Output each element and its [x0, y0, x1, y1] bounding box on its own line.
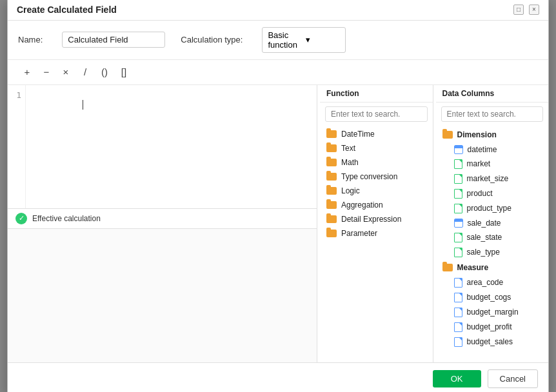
- footer-row: OK Cancel: [8, 362, 548, 393]
- close-button[interactable]: ×: [529, 5, 539, 15]
- column-item-label: budget_profit: [467, 322, 512, 331]
- data-columns-panel: Data Columns Dimension datetime: [436, 85, 549, 362]
- list-item[interactable]: Detail Expression: [320, 212, 433, 226]
- calendar-icon: [454, 219, 463, 228]
- function-list: DateTime Text Math Type co: [320, 126, 433, 362]
- list-item[interactable]: Math: [320, 155, 433, 170]
- file-icon-green: [454, 233, 462, 242]
- divide-button[interactable]: /: [76, 64, 94, 81]
- list-item[interactable]: Logic: [320, 184, 433, 198]
- status-text: Effective calculation: [32, 214, 101, 223]
- folder-icon: [326, 159, 337, 166]
- calc-type-label: Calculation type:: [181, 35, 243, 44]
- column-item-label: market_size: [467, 174, 509, 183]
- measure-group-header: Measure: [436, 260, 549, 275]
- column-item-label: budget_margin: [467, 308, 519, 317]
- data-columns-header: Data Columns: [436, 85, 549, 103]
- brackets-button[interactable]: []: [115, 64, 133, 81]
- file-icon-green: [454, 248, 462, 257]
- list-item[interactable]: datetime: [436, 142, 549, 157]
- list-item[interactable]: DateTime: [320, 127, 433, 141]
- list-item[interactable]: Text: [320, 141, 433, 155]
- list-item[interactable]: Type conversion: [320, 170, 433, 184]
- list-item[interactable]: budget_cogs: [436, 290, 549, 305]
- list-item[interactable]: budget_margin: [436, 305, 549, 320]
- file-icon-green: [454, 174, 462, 184]
- list-item[interactable]: sale_state: [436, 230, 549, 245]
- column-item-label: market: [467, 159, 491, 168]
- function-item-label: Text: [341, 144, 355, 153]
- column-item-label: budget_sales: [467, 337, 513, 346]
- folder-icon: [326, 173, 337, 181]
- list-item[interactable]: market: [436, 157, 549, 172]
- list-item[interactable]: product: [436, 186, 549, 201]
- minus-button[interactable]: −: [37, 64, 55, 81]
- function-item-label: Aggregation: [341, 201, 383, 210]
- function-item-label: Math: [341, 158, 359, 167]
- code-editor[interactable]: [26, 85, 317, 208]
- right-panels: Function DateTime Text: [320, 85, 548, 362]
- folder-icon: [326, 230, 337, 237]
- column-item-label: sale_date: [468, 219, 501, 228]
- column-item-label: area_code: [467, 278, 504, 287]
- measure-label: Measure: [457, 263, 489, 272]
- list-item[interactable]: market_size: [436, 172, 549, 186]
- dimension-group-header: Dimension: [436, 127, 549, 142]
- list-item[interactable]: area_code: [436, 275, 549, 290]
- file-icon-green: [454, 204, 462, 213]
- description-area[interactable]: [8, 229, 317, 362]
- calendar-icon: [454, 145, 463, 154]
- list-item[interactable]: product_type: [436, 201, 549, 216]
- ok-button[interactable]: OK: [433, 370, 481, 387]
- multiply-button[interactable]: ×: [57, 64, 75, 81]
- list-item[interactable]: Parameter: [320, 226, 433, 240]
- function-search-input[interactable]: [325, 106, 428, 122]
- function-item-label: Type conversion: [341, 172, 397, 181]
- editor-panel: 1 ✓ Effective calculation: [8, 85, 317, 362]
- name-input[interactable]: [62, 32, 165, 48]
- parens-button[interactable]: (): [95, 64, 114, 81]
- list-item[interactable]: sale_type: [436, 245, 549, 260]
- restore-button[interactable]: □: [513, 5, 524, 15]
- folder-icon: [326, 187, 337, 195]
- file-icon-blue: [454, 337, 462, 347]
- dropdown-arrow-icon: ▾: [306, 35, 340, 44]
- list-item[interactable]: budget_sales: [436, 335, 549, 349]
- function-panel: Function DateTime Text: [320, 85, 433, 362]
- calc-type-value: Basic function: [268, 30, 302, 50]
- list-item[interactable]: budget_profit: [436, 320, 549, 335]
- dimension-label: Dimension: [457, 130, 497, 139]
- add-button[interactable]: +: [18, 64, 36, 81]
- calc-type-dropdown[interactable]: Basic function ▾: [262, 27, 346, 53]
- column-item-label: budget_cogs: [467, 293, 511, 302]
- function-item-label: DateTime: [341, 130, 375, 139]
- column-item-label: product_type: [467, 204, 511, 213]
- file-icon-blue: [454, 308, 462, 317]
- file-icon-blue: [454, 322, 462, 332]
- data-columns-search-input[interactable]: [441, 106, 544, 122]
- title-bar-controls: □ ×: [513, 5, 539, 15]
- cancel-button[interactable]: Cancel: [488, 369, 538, 388]
- file-icon-green: [454, 189, 462, 199]
- function-panel-header: Function: [320, 85, 433, 103]
- editor-inner: 1: [8, 85, 317, 209]
- list-item[interactable]: Aggregation: [320, 198, 433, 212]
- column-item-label: sale_state: [467, 233, 502, 242]
- dialog-title: Create Calculated Field: [17, 5, 117, 15]
- folder-icon: [326, 215, 337, 223]
- main-content: 1 ✓ Effective calculation Function: [8, 85, 548, 362]
- header-row: Name: Calculation type: Basic function ▾: [8, 21, 548, 60]
- folder-icon: [326, 201, 337, 209]
- file-icon-green: [454, 159, 462, 169]
- column-item-label: datetime: [468, 145, 497, 154]
- status-row: ✓ Effective calculation: [8, 209, 317, 229]
- list-item[interactable]: sale_date: [436, 216, 549, 230]
- line-numbers: 1: [8, 85, 26, 208]
- dimension-folder-icon: [442, 131, 453, 139]
- name-label: Name:: [18, 35, 43, 44]
- folder-icon: [326, 130, 337, 138]
- file-icon-blue: [454, 293, 462, 302]
- column-item-label: product: [467, 189, 493, 198]
- column-item-label: sale_type: [467, 248, 500, 257]
- create-calculated-field-dialog: Create Calculated Field □ × Name: Calcul…: [7, 0, 549, 392]
